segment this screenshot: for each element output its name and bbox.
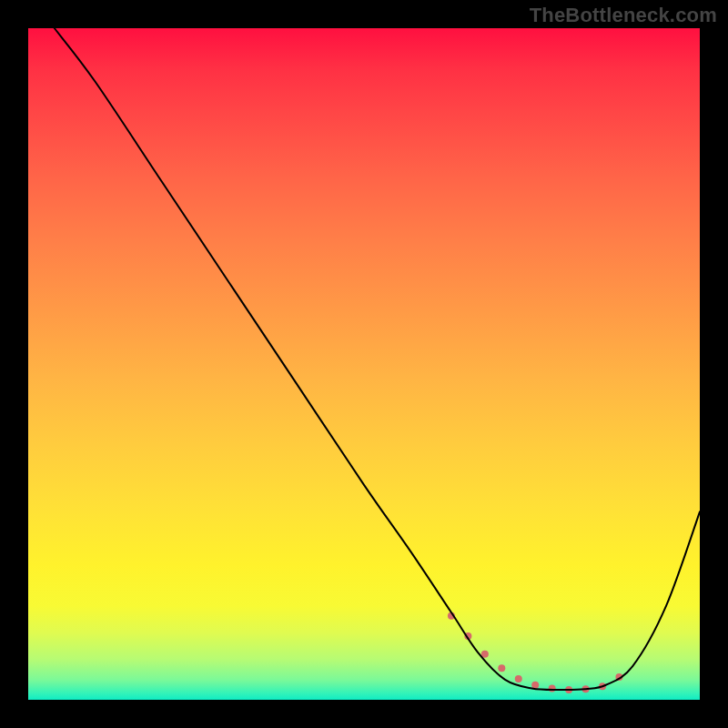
optimal-dot xyxy=(515,675,522,682)
watermark-text: TheBottleneck.com xyxy=(530,4,717,27)
optimal-dot xyxy=(549,684,556,692)
optimal-zone-dots xyxy=(448,612,623,693)
optimal-dot xyxy=(498,664,505,672)
bottleneck-curve xyxy=(55,28,700,690)
outer-black-frame: TheBottleneck.com xyxy=(0,0,728,728)
chart-svg xyxy=(28,28,700,700)
plot-area xyxy=(28,28,700,700)
optimal-dot xyxy=(531,682,539,689)
